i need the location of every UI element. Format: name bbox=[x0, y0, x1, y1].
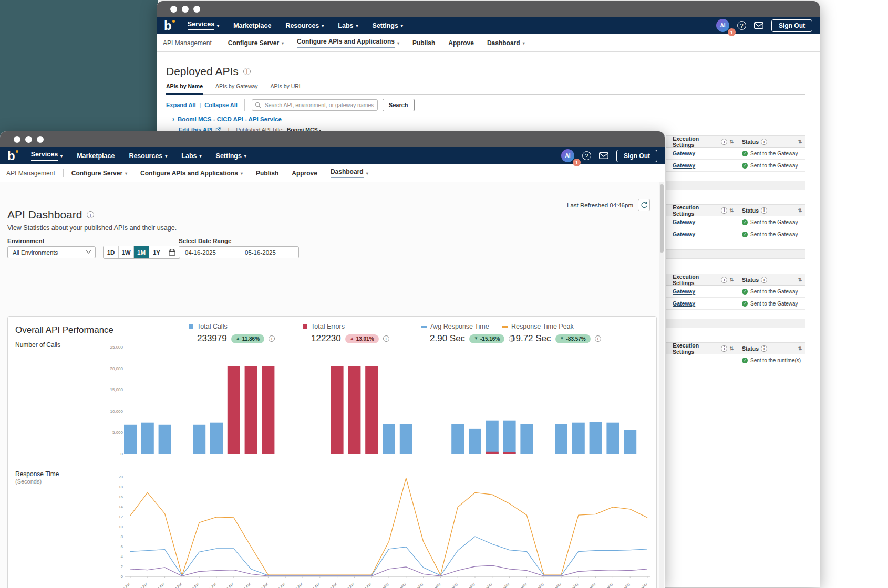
subnav-item-approve[interactable]: Approve bbox=[292, 170, 317, 177]
mail-icon[interactable] bbox=[754, 22, 763, 29]
info-icon[interactable]: i bbox=[243, 68, 251, 75]
window-close-button[interactable] bbox=[170, 6, 177, 13]
calendar-button[interactable] bbox=[164, 246, 180, 258]
boomi-logo[interactable]: b bbox=[164, 20, 172, 32]
sort-icon[interactable]: ⇅ bbox=[798, 139, 802, 144]
range-1y-button[interactable]: 1Y bbox=[149, 246, 164, 258]
api-name-link[interactable]: Boomi MCS - CICD API - API Service bbox=[178, 116, 282, 122]
window-titlebar bbox=[157, 1, 820, 17]
range-1d-button[interactable]: 1D bbox=[104, 246, 119, 258]
mail-icon[interactable] bbox=[599, 152, 608, 159]
search-button[interactable]: Search bbox=[383, 99, 415, 111]
vertical-scrollbar[interactable] bbox=[659, 182, 664, 588]
scrollbar-thumb[interactable] bbox=[660, 184, 664, 253]
collapse-all-link[interactable]: Collapse All bbox=[204, 102, 238, 108]
sort-icon[interactable]: ⇅ bbox=[798, 277, 802, 282]
svg-text:18: 18 bbox=[119, 485, 123, 489]
svg-text:18 Apr: 18 Apr bbox=[156, 582, 166, 588]
status-text: Sent to the Gateway bbox=[750, 289, 798, 295]
sort-icon[interactable]: ⇅ bbox=[798, 208, 802, 213]
info-icon[interactable]: i bbox=[721, 139, 727, 145]
info-icon[interactable]: i bbox=[761, 139, 767, 145]
page-title: API Dashboardi bbox=[7, 208, 94, 221]
gateway-link[interactable]: Gateway bbox=[673, 288, 695, 295]
window-close-button[interactable] bbox=[14, 136, 20, 143]
gateway-link[interactable]: Gateway bbox=[673, 219, 695, 225]
sign-out-button[interactable]: Sign Out bbox=[771, 19, 812, 32]
nav-item-settings[interactable]: Settings▾ bbox=[373, 22, 403, 29]
collapsed-section-row[interactable] bbox=[666, 249, 805, 259]
info-icon[interactable]: i bbox=[761, 345, 767, 352]
subnav-item-dashboard[interactable]: Dashboard▾ bbox=[487, 39, 525, 47]
table-row: — ✓Sent to the runtime(s) bbox=[666, 354, 805, 366]
execution-table: Execution Settingsi⇅ Statusi⇅ Gateway ✓S… bbox=[666, 274, 805, 310]
sort-icon[interactable]: ⇅ bbox=[729, 139, 734, 144]
nav-item-labs[interactable]: Labs▾ bbox=[338, 22, 358, 29]
subnav-item-configure-apis[interactable]: Configure APIs and Applications▾ bbox=[140, 170, 243, 177]
subnav-item-publish[interactable]: Publish bbox=[256, 170, 278, 177]
nav-item-services[interactable]: Services▾ bbox=[31, 151, 63, 161]
window-maximize-button[interactable] bbox=[193, 6, 200, 13]
svg-text:20 Apr: 20 Apr bbox=[190, 582, 201, 588]
environment-select[interactable]: All Environments bbox=[7, 246, 96, 258]
subnav-item-configure-server[interactable]: Configure Server▾ bbox=[71, 170, 127, 177]
subnav-item-dashboard[interactable]: Dashboard▾ bbox=[331, 168, 368, 178]
nav-item-settings[interactable]: Settings▾ bbox=[216, 152, 246, 160]
refresh-button[interactable] bbox=[638, 199, 650, 211]
gateway-link[interactable]: Gateway bbox=[673, 300, 695, 307]
collapsed-section-row[interactable] bbox=[666, 181, 805, 190]
nav-item-marketplace[interactable]: Marketplace bbox=[233, 22, 271, 29]
collapsed-section-row[interactable] bbox=[666, 319, 805, 328]
subnav-divider bbox=[220, 39, 220, 47]
tab-apis-by-gateway[interactable]: APIs by Gateway bbox=[215, 83, 258, 94]
help-icon[interactable]: ? bbox=[737, 21, 746, 30]
svg-text:07 May: 07 May bbox=[482, 582, 493, 588]
gateway-link[interactable]: Gateway bbox=[673, 150, 695, 156]
tab-apis-by-name[interactable]: APIs by Name bbox=[166, 83, 203, 94]
subnav-item-configure-apis[interactable]: Configure APIs and Applications▾ bbox=[297, 38, 399, 48]
subnav-item-configure-server[interactable]: Configure Server▾ bbox=[228, 39, 284, 47]
info-icon[interactable]: i bbox=[721, 277, 727, 283]
info-icon[interactable]: i bbox=[87, 211, 94, 218]
window-minimize-button[interactable] bbox=[25, 136, 32, 143]
nav-item-labs[interactable]: Labs▾ bbox=[181, 152, 201, 160]
desktop-background bbox=[0, 0, 158, 143]
nav-item-marketplace[interactable]: Marketplace bbox=[77, 152, 115, 160]
window-minimize-button[interactable] bbox=[182, 6, 189, 13]
api-list-row[interactable]: › Boomi MCS - CICD API - API Service bbox=[172, 116, 282, 123]
avatar[interactable]: AI1 bbox=[561, 149, 574, 162]
search-input[interactable] bbox=[252, 99, 378, 111]
gateway-link[interactable]: Gateway bbox=[673, 162, 695, 169]
nav-item-resources[interactable]: Resources▾ bbox=[129, 152, 167, 160]
date-from-input[interactable] bbox=[179, 247, 239, 258]
sort-icon[interactable]: ⇅ bbox=[729, 346, 734, 351]
status-text: Sent to the Gateway bbox=[750, 219, 798, 225]
subnav-item-approve[interactable]: Approve bbox=[448, 39, 474, 47]
window-maximize-button[interactable] bbox=[37, 136, 44, 143]
subnav-item-api-management[interactable]: API Management bbox=[163, 39, 212, 47]
nav-item-resources[interactable]: Resources▾ bbox=[285, 22, 324, 29]
table-header: Execution Settingsi⇅ Statusi⇅ bbox=[666, 343, 805, 354]
range-1w-button[interactable]: 1W bbox=[119, 246, 134, 258]
svg-text:01 May: 01 May bbox=[379, 582, 390, 588]
sort-icon[interactable]: ⇅ bbox=[798, 346, 802, 351]
subnav-item-api-management[interactable]: API Management bbox=[6, 170, 55, 177]
date-to-input[interactable] bbox=[239, 247, 298, 258]
nav-item-services[interactable]: Services▾ bbox=[188, 20, 219, 30]
sign-out-button[interactable]: Sign Out bbox=[616, 150, 657, 162]
help-icon[interactable]: ? bbox=[582, 151, 591, 160]
sort-icon[interactable]: ⇅ bbox=[729, 208, 734, 213]
tab-apis-by-url[interactable]: APIs by URL bbox=[271, 83, 302, 94]
range-1m-button[interactable]: 1M bbox=[134, 246, 149, 258]
search-icon bbox=[255, 101, 262, 111]
info-icon[interactable]: i bbox=[721, 345, 727, 352]
info-icon[interactable]: i bbox=[721, 207, 727, 214]
avatar[interactable]: AI1 bbox=[716, 19, 729, 32]
expand-all-link[interactable]: Expand All bbox=[166, 102, 195, 108]
subnav-item-publish[interactable]: Publish bbox=[412, 39, 435, 47]
info-icon[interactable]: i bbox=[761, 277, 767, 283]
info-icon[interactable]: i bbox=[761, 207, 767, 214]
boomi-logo[interactable]: b bbox=[7, 150, 15, 162]
gateway-link[interactable]: Gateway bbox=[673, 231, 695, 237]
sort-icon[interactable]: ⇅ bbox=[729, 277, 734, 282]
